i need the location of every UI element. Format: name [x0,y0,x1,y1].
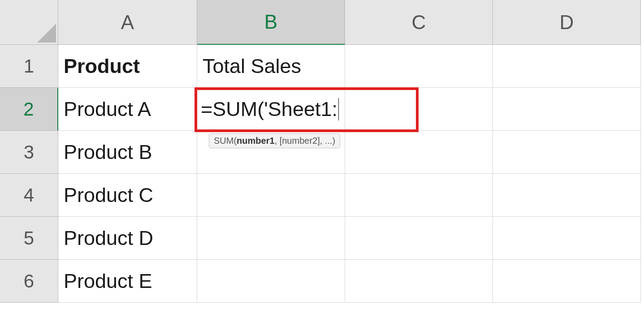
cell-D1[interactable] [493,45,641,88]
cell-C5[interactable] [345,217,493,260]
cell-A5[interactable]: Product D [58,217,197,260]
cell-A4[interactable]: Product C [58,174,197,217]
text-cursor [338,98,339,120]
cell-B5[interactable] [197,217,345,260]
cell-C4[interactable] [345,174,493,217]
cell-C3[interactable] [345,131,493,174]
cell-B6[interactable] [197,260,345,303]
cell-D2[interactable] [493,88,641,131]
cell-B4[interactable] [197,174,345,217]
spreadsheet-grid: A B C D 1 Product Total Sales 2 Product … [0,0,644,303]
row-header-5[interactable]: 5 [0,217,58,260]
cell-A2[interactable]: Product A [58,88,197,131]
tooltip-suffix: , [number2], ...) [275,136,336,146]
row-header-3[interactable]: 3 [0,131,58,174]
column-header-D[interactable]: D [493,0,641,45]
row-header-4[interactable]: 4 [0,174,58,217]
cell-D5[interactable] [493,217,641,260]
column-header-A[interactable]: A [58,0,197,45]
row-header-1[interactable]: 1 [0,45,58,88]
cell-A6[interactable]: Product E [58,260,197,303]
column-header-C[interactable]: C [345,0,493,45]
row-header-2[interactable]: 2 [0,88,58,131]
cell-A1[interactable]: Product [58,45,197,88]
formula-tooltip[interactable]: SUM(number1, [number2], ...) [209,133,340,148]
cell-C2[interactable] [345,88,493,131]
cell-D6[interactable] [493,260,641,303]
row-header-6[interactable]: 6 [0,260,58,303]
cell-B2-content: =SUM('Sheet1: [201,98,337,121]
cell-B2[interactable]: =SUM('Sheet1: [197,88,345,131]
cell-D3[interactable] [493,131,641,174]
tooltip-prefix: SUM( [214,136,237,146]
tooltip-bold: number1 [237,136,274,146]
cell-D4[interactable] [493,174,641,217]
select-all-corner[interactable] [0,0,58,45]
column-header-B[interactable]: B [197,0,345,45]
cell-C6[interactable] [345,260,493,303]
cell-A3[interactable]: Product B [58,131,197,174]
cell-B1[interactable]: Total Sales [197,45,345,88]
cell-C1[interactable] [345,45,493,88]
